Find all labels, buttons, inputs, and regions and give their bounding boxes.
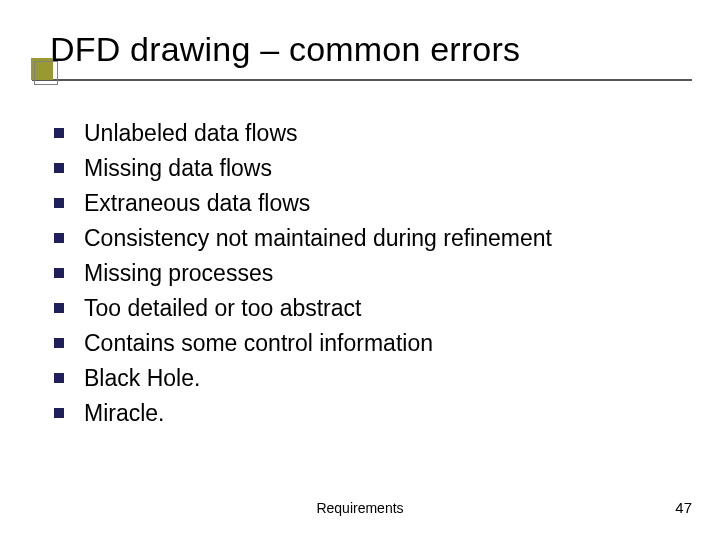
slide: DFD drawing – common errors Unlabeled da… (0, 0, 720, 540)
bullet-square-icon (54, 198, 64, 208)
slide-title: DFD drawing – common errors (44, 30, 690, 69)
title-block: DFD drawing – common errors (44, 30, 690, 81)
bullet-list: Unlabeled data flows Missing data flows … (54, 117, 690, 429)
list-item: Black Hole. (54, 362, 690, 394)
bullet-square-icon (54, 128, 64, 138)
bullet-text: Extraneous data flows (84, 187, 310, 219)
title-underline (32, 79, 692, 81)
bullet-square-icon (54, 163, 64, 173)
list-item: Too detailed or too abstract (54, 292, 690, 324)
bullet-text: Missing processes (84, 257, 273, 289)
bullet-square-icon (54, 373, 64, 383)
bullet-text: Missing data flows (84, 152, 272, 184)
bullet-square-icon (54, 303, 64, 313)
bullet-text: Too detailed or too abstract (84, 292, 361, 324)
bullet-text: Miracle. (84, 397, 165, 429)
bullet-text: Consistency not maintained during refine… (84, 222, 552, 254)
bullet-square-icon (54, 338, 64, 348)
list-item: Contains some control information (54, 327, 690, 359)
list-item: Consistency not maintained during refine… (54, 222, 690, 254)
footer-label: Requirements (0, 500, 720, 516)
list-item: Extraneous data flows (54, 187, 690, 219)
list-item: Missing data flows (54, 152, 690, 184)
bullet-text: Unlabeled data flows (84, 117, 298, 149)
list-item: Miracle. (54, 397, 690, 429)
bullet-square-icon (54, 268, 64, 278)
title-accent-square (31, 58, 53, 80)
bullet-text: Black Hole. (84, 362, 200, 394)
list-item: Missing processes (54, 257, 690, 289)
bullet-square-icon (54, 233, 64, 243)
bullet-text: Contains some control information (84, 327, 433, 359)
list-item: Unlabeled data flows (54, 117, 690, 149)
page-number: 47 (675, 499, 692, 516)
bullet-square-icon (54, 408, 64, 418)
